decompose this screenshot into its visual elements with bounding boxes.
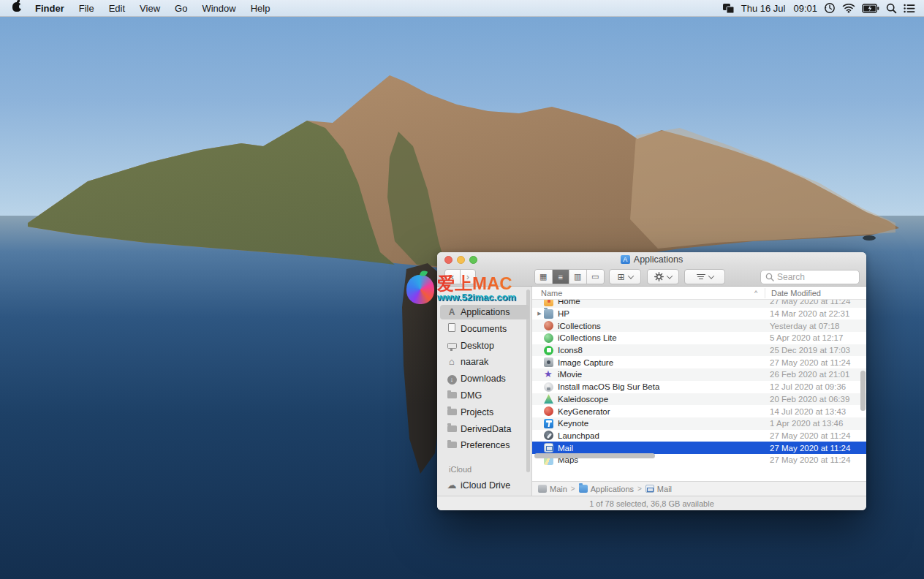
disclosure-triangle-icon[interactable]: ▶ (535, 311, 544, 317)
table-row[interactable]: iCollections Lite5 Apr 2020 at 12:17 (532, 332, 866, 344)
chevron-down-icon (667, 273, 673, 279)
menu-item-go[interactable]: Go (167, 1, 194, 16)
folder-icon (446, 423, 458, 435)
column-header-name[interactable]: Name (541, 289, 562, 298)
table-row[interactable]: Image Capture27 May 2020 at 11:24 (532, 356, 866, 368)
chevron-down-icon (708, 273, 713, 279)
table-row[interactable]: Home27 May 2020 at 11:24 (532, 300, 866, 308)
minimize-button[interactable] (457, 256, 465, 264)
zoom-button[interactable] (469, 256, 477, 264)
menu-bar: FinderFileEditViewGoWindowHelp Thu 16 Ju… (0, 0, 924, 17)
folder-home-icon (544, 300, 553, 306)
table-row[interactable]: iCollectionsYesterday at 07:18 (532, 319, 866, 332)
sidebar-item-label: Documents (461, 324, 507, 334)
menu-bar-date[interactable]: Thu 16 Jul (741, 3, 786, 14)
menu-item-file[interactable]: File (72, 1, 102, 16)
vertical-scrollbar[interactable] (860, 371, 866, 411)
menu-bar-left: FinderFileEditViewGoWindowHelp (0, 2, 277, 14)
path-segment-applications[interactable]: Applications (579, 485, 634, 493)
file-name: Kaleidoscope (558, 395, 608, 404)
path-segment-label: Mail (657, 485, 672, 493)
sidebar-item-label: naarak (461, 357, 488, 367)
column-divider[interactable] (765, 288, 765, 298)
action-button[interactable] (647, 269, 679, 284)
table-row[interactable]: Launchpad27 May 2020 at 11:24 (532, 430, 866, 442)
window-title: Applications (634, 254, 683, 265)
file-rows: Home27 May 2020 at 11:24▶HP14 Mar 2020 a… (532, 300, 866, 472)
folder-icon (446, 390, 458, 401)
table-row[interactable]: Icons825 Dec 2019 at 17:03 (532, 344, 866, 357)
sidebar-item-projects[interactable]: Projects (440, 405, 529, 420)
file-date-modified: 25 Dec 2019 at 17:03 (770, 346, 850, 355)
file-date-modified: 26 Feb 2020 at 21:01 (770, 370, 849, 379)
home-icon: ⌂ (446, 356, 458, 368)
file-date-modified: 27 May 2020 at 11:24 (770, 358, 850, 367)
sort-button[interactable] (684, 269, 725, 284)
file-name: Keynote (558, 419, 588, 428)
file-name: Icons8 (558, 346, 583, 355)
column-view-button[interactable]: ▥ (569, 270, 587, 284)
menu-bar-clock[interactable]: 09:01 (793, 3, 817, 14)
table-row[interactable]: Mail27 May 2020 at 11:24 (532, 442, 866, 454)
menu-item-help[interactable]: Help (243, 1, 278, 16)
chevron-down-icon (627, 273, 633, 279)
battery-charging-icon[interactable] (862, 4, 879, 13)
window-title-group: Applications (621, 254, 683, 265)
menu-item-window[interactable]: Window (194, 1, 243, 16)
sidebar-item-icloud-drive[interactable]: ☁iCloud Drive (440, 478, 529, 493)
table-row[interactable]: Install macOS Big Sur Beta12 Jul 2020 at… (532, 381, 866, 393)
sidebar-item-dmg[interactable]: DMG (440, 388, 529, 403)
path-segment-main[interactable]: Main (538, 485, 567, 493)
time-machine-icon[interactable] (824, 2, 836, 14)
sidebar-item-deriveddata[interactable]: DerivedData (440, 422, 529, 436)
table-row[interactable]: ▶HP14 Mar 2020 at 22:31 (532, 308, 866, 320)
applications-folder-icon (621, 255, 630, 264)
table-row[interactable]: Kaleidoscope20 Feb 2020 at 06:39 (532, 393, 866, 406)
watermark-texts: 爱上MAC www.52imac.com (437, 275, 516, 303)
table-row[interactable]: Keynote1 Apr 2020 at 13:46 (532, 417, 866, 430)
icon-view-button[interactable]: ▦ (535, 270, 553, 284)
app-kaleidoscope-icon (544, 394, 553, 404)
search-field[interactable] (760, 270, 860, 284)
sidebar-item-desktop[interactable]: Desktop (440, 338, 529, 353)
search-input[interactable] (777, 272, 855, 282)
app-installer-icon (544, 382, 553, 392)
column-header-date-modified[interactable]: Date Modified (771, 289, 821, 298)
title-bar[interactable]: Applications (437, 252, 866, 267)
horizontal-scrollbar[interactable] (534, 453, 655, 458)
file-date-modified: 5 Apr 2020 at 12:17 (770, 333, 843, 342)
list-view-button[interactable]: ≡ (553, 270, 570, 284)
sidebar-item-naarak[interactable]: ⌂naarak (440, 355, 529, 369)
sidebar-item-preferences[interactable]: Preferences (440, 438, 529, 453)
gallery-view-button[interactable]: ▭ (587, 270, 604, 284)
sidebar-item-label: Desktop (461, 341, 494, 351)
notification-center-icon[interactable] (904, 4, 915, 13)
apple-menu[interactable] (6, 2, 28, 14)
documents-icon (446, 323, 458, 335)
wifi-icon[interactable] (842, 3, 855, 13)
file-name: Install macOS Big Sur Beta (558, 382, 659, 391)
table-row[interactable]: iMovie26 Feb 2020 at 21:01 (532, 368, 866, 381)
close-button[interactable] (444, 256, 452, 264)
traffic-lights (444, 256, 477, 264)
menu-item-view[interactable]: View (132, 1, 167, 16)
menu-item-edit[interactable]: Edit (102, 1, 132, 16)
group-button[interactable]: ⊞ (609, 269, 641, 284)
menu-item-finder[interactable]: Finder (28, 1, 72, 16)
file-date-modified: 12 Jul 2020 at 09:36 (770, 382, 846, 391)
spotlight-icon[interactable] (886, 3, 897, 14)
table-row[interactable]: KeyGenerator14 Jul 2020 at 13:43 (532, 405, 866, 417)
app-icollections-icon (544, 321, 553, 330)
file-name: HP (558, 309, 569, 318)
folder-icon (446, 406, 458, 418)
sidebar-item-applications[interactable]: AApplications (440, 305, 529, 319)
desktop: FinderFileEditViewGoWindowHelp Thu 16 Ju… (0, 0, 924, 579)
desktop-icon (446, 340, 458, 352)
path-segment-mail[interactable]: Mail (645, 485, 672, 493)
sidebar-item-documents[interactable]: Documents (440, 322, 529, 336)
file-name: iMovie (558, 370, 582, 379)
file-date-modified: 27 May 2020 at 11:24 (770, 431, 850, 440)
blue-folder-icon (579, 485, 588, 493)
sidebar-item-downloads[interactable]: ↓Downloads (440, 371, 529, 386)
displays-icon[interactable] (722, 3, 735, 14)
